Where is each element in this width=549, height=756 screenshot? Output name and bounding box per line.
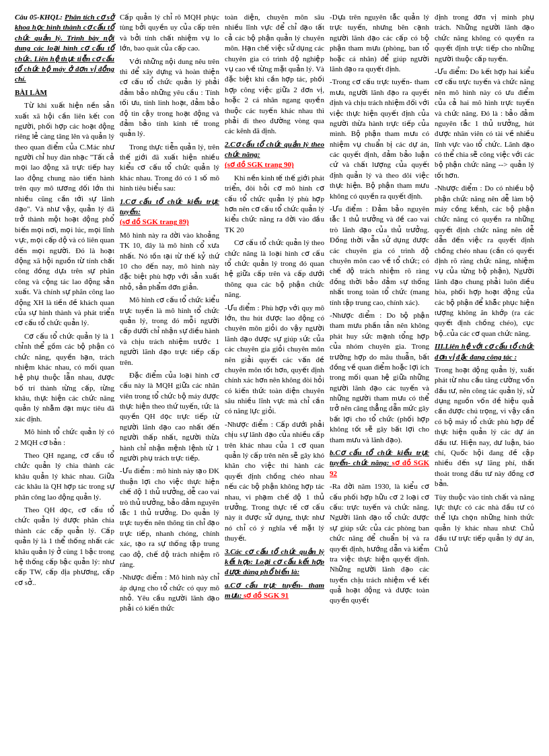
col2-section-1: 1.Cơ cấu tổ chức kiểu trực tuyến: (sơ đồ… (120, 197, 219, 228)
col4-para-5: -Ra đời năm 1930, là kiểu cơ cấu phối hợ… (330, 481, 429, 606)
col5-para-2: -Ưu điểm: Do kết hợp hai kiểu cơ cấu trự… (435, 67, 534, 180)
content-area: Câu 05-KHQL: Phân tích cơ sở khoa học hì… (15, 12, 534, 744)
col5-para-4: Trong hoạt động quản lý, xuất phát từ nh… (435, 365, 534, 489)
col2-para-3: Trong thực tiễn quản lý, trên thế giới đ… (120, 142, 219, 194)
column-5: định trong đơn vị mình phụ trách. Những … (435, 12, 534, 744)
bai-lam-heading: BÀI LÀM (15, 88, 114, 98)
col2-para-4: Mô hình này ra đời vào khoảng TK 10, đây… (120, 230, 219, 292)
col5-para-1: định trong đơn vị mình phụ trách. Những … (435, 12, 534, 64)
page: Câu 05-KHQL: Phân tích cơ sở khoa học hì… (0, 0, 549, 756)
col2-para-5: Mô hình cơ cấu tổ chức kiểu trực tuyến l… (120, 295, 219, 368)
col2-para-6: Đặc điểm của loại hình cơ cấu này là MQH… (120, 370, 219, 464)
col5-para-3: -Nhược điểm : Do có nhiều bộ phận chức n… (435, 183, 534, 339)
col3-section-2: 2.Cơ cấu tổ chức quản lý theo chức năng:… (225, 139, 324, 170)
col2-para-1: Cấp quản lý chỉ rõ MQH phục tùng bởi quy… (120, 12, 219, 54)
col3-section-3: 3.Các cơ cấu tổ chức quản lý kết hợp: Lo… (225, 547, 324, 578)
para-5: Theo QH dọc, cơ cấu tổ chức quản lý được… (15, 505, 114, 588)
column-2: Cấp quản lý chỉ rõ MQH phục tùng bởi quy… (120, 12, 219, 744)
col2-para-2: Với những nội dung nêu trên thì để xây d… (120, 57, 219, 139)
col3-para-3: Cơ cấu tổ chức quản lý theo chức năng là… (225, 238, 324, 300)
col4-para-1: -Dựa trên nguyên tắc quản lý trực tuyến,… (330, 12, 429, 74)
column-3: toàn diện, chuyên môn sâu nhiều lĩnh vực… (225, 12, 324, 744)
para-4: Theo QH ngang, cơ cấu tổ chức quản lý ch… (15, 450, 114, 502)
col3-para-1: toàn diện, chuyên môn sâu nhiều lĩnh vực… (225, 12, 324, 137)
col2-para-7: -Ưu điểm : mô hình này tạo ĐK thuận lợi … (120, 466, 219, 570)
column-1: Câu 05-KHQL: Phân tích cơ sở khoa học hì… (15, 12, 114, 744)
col4-sub-b: b.Cơ cấu tổ chức kiểu trực tuyến- chức n… (330, 448, 429, 479)
col2-para-8: -Nhược điểm : Mô hình này chỉ áp dụng ch… (120, 572, 219, 614)
question-content: Phân tích cơ sở khoa học hình thành cơ c… (15, 13, 114, 83)
col5-section-iii: III.Liên hệ với cơ cấu tổ chức đơn vị đặ… (435, 341, 534, 362)
question-label: Câu 05-KHQL: (15, 13, 65, 21)
para-2: Cơ cấu tổ chức quản lý là 1 chỉnh thể gồ… (15, 331, 114, 425)
column-4: -Dựa trên nguyên tắc quản lý trực tuyến,… (330, 12, 429, 744)
col3-sub-a: a.Cơ cấu trực tuyến- tham mưu: sơ đồ SGK… (225, 580, 324, 601)
col3-para-4: -Ưu điểm : Phù hợp với quy mô lớn, thu h… (225, 303, 324, 417)
col4-para-3: -Ưu điểm : Đảm bảo nguyên tắc 1 thủ trưở… (330, 204, 429, 308)
col4-para-2: -Trong cơ cấu trực tuyến- tham mưu, ngườ… (330, 77, 429, 201)
col4-para-4: -Nhược điểm : Do bộ phận tham mưu phần t… (330, 310, 429, 445)
col3-para-2: Khi nền kinh tế thế giới phát triển, đòi… (225, 173, 324, 235)
para-1: Từ khi xuất hiện nền sản xuất xã hội cần… (15, 100, 114, 329)
para-3: Mô hình tổ chức quản lý có 2 MQH cơ bản … (15, 427, 114, 448)
col3-para-5: -Nhược điểm : Cấp dưới phải chịu sự lãnh… (225, 419, 324, 544)
col5-para-5: Tùy thuộc vào tính chất và năng lực thực… (435, 492, 534, 554)
question-text: Câu 05-KHQL: Phân tích cơ sở khoa học hì… (15, 12, 114, 85)
